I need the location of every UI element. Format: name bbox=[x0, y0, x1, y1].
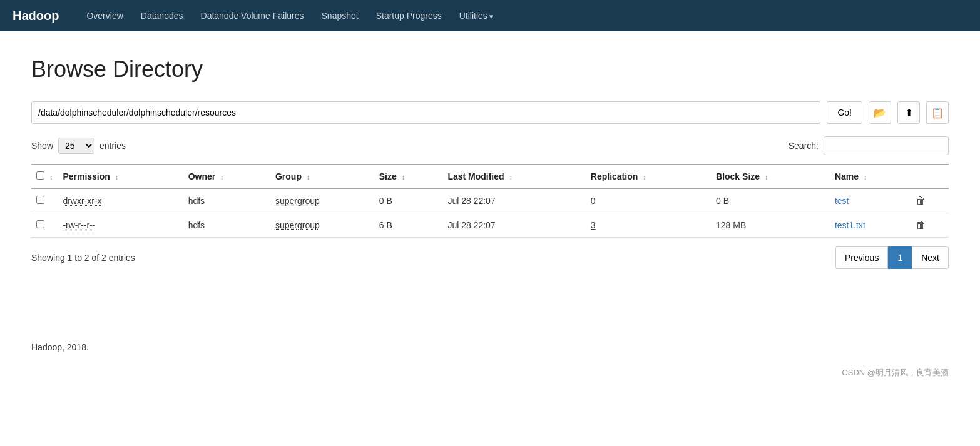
row-blocksize-1: 128 MB bbox=[711, 213, 830, 238]
permission-link-0[interactable]: drwxr-xr-x bbox=[63, 196, 101, 206]
sort-size-icon: ↕ bbox=[402, 173, 406, 181]
row-owner-0: hdfs bbox=[183, 188, 270, 213]
folder-icon-button[interactable]: 📂 bbox=[869, 101, 891, 124]
upload-icon-button[interactable]: ⬆ bbox=[897, 101, 920, 124]
search-box: Search: bbox=[789, 136, 949, 155]
col-last-modified: Last Modified ↕ bbox=[442, 165, 585, 188]
footer-attribution: CSDN @明月清风，良宵美酒 bbox=[0, 362, 980, 383]
row-blocksize-0: 0 B bbox=[711, 188, 830, 213]
controls-row: Show 10 25 50 100 entries Search: bbox=[31, 136, 949, 155]
row-delete-0: 🗑 bbox=[911, 188, 949, 213]
entries-info: Showing 1 to 2 of 2 entries bbox=[31, 253, 135, 263]
nav-overview[interactable]: Overview bbox=[78, 0, 131, 31]
row-name-0: test bbox=[830, 188, 911, 213]
entries-select[interactable]: 10 25 50 100 bbox=[58, 138, 94, 154]
sort-replication-icon: ↕ bbox=[643, 173, 646, 181]
delete-icon-1[interactable]: 🗑 bbox=[916, 220, 926, 230]
brand-logo: Hadoop bbox=[13, 9, 59, 23]
row-checkbox-cell bbox=[31, 213, 58, 238]
page-title: Browse Directory bbox=[31, 56, 949, 83]
table-row: drwxr-xr-x hdfs supergroup 0 B Jul 28 22… bbox=[31, 188, 949, 213]
name-link-0[interactable]: test bbox=[835, 196, 849, 206]
select-all-checkbox[interactable] bbox=[36, 171, 44, 180]
row-modified-0: Jul 28 22:07 bbox=[442, 188, 585, 213]
col-block-size: Block Size ↕ bbox=[711, 165, 830, 188]
group-link-1[interactable]: supergroup bbox=[275, 220, 320, 230]
main-content: Browse Directory Go! 📂 ⬆ 📋 Show 10 25 50… bbox=[0, 31, 980, 307]
row-group-1: supergroup bbox=[270, 213, 374, 238]
delete-icon-0[interactable]: 🗑 bbox=[916, 195, 926, 206]
nav-utilities[interactable]: Utilities bbox=[451, 0, 502, 32]
row-delete-1: 🗑 bbox=[911, 213, 949, 238]
row-checkbox-0[interactable] bbox=[36, 196, 44, 204]
col-permission: Permission ↕ bbox=[58, 165, 183, 188]
sort-icon-selector: ↕ bbox=[49, 173, 53, 181]
group-link-0[interactable]: supergroup bbox=[275, 196, 320, 206]
nav-snapshot[interactable]: Snapshot bbox=[313, 0, 367, 31]
show-entries: Show 10 25 50 100 entries bbox=[31, 138, 126, 154]
col-actions bbox=[911, 165, 949, 188]
row-owner-1: hdfs bbox=[183, 213, 270, 238]
pagination: Previous 1 Next bbox=[835, 246, 949, 269]
table-header-row: ↕ Permission ↕ Owner ↕ Group ↕ Size ↕ bbox=[31, 165, 949, 188]
file-icon-button[interactable]: 📋 bbox=[926, 101, 949, 124]
page-1-button[interactable]: 1 bbox=[888, 246, 912, 269]
footer: Hadoop, 2018. bbox=[0, 332, 980, 362]
row-size-0: 0 B bbox=[374, 188, 443, 213]
col-name: Name ↕ bbox=[830, 165, 911, 188]
row-permission-0: drwxr-xr-x bbox=[58, 188, 183, 213]
directory-table: ↕ Permission ↕ Owner ↕ Group ↕ Size ↕ bbox=[31, 164, 949, 238]
replication-link-0[interactable]: 0 bbox=[591, 196, 596, 206]
col-size: Size ↕ bbox=[374, 165, 443, 188]
name-link-1[interactable]: test1.txt bbox=[835, 220, 865, 230]
go-button[interactable]: Go! bbox=[827, 101, 862, 124]
row-modified-1: Jul 28 22:07 bbox=[442, 213, 585, 238]
sort-group-icon: ↕ bbox=[307, 173, 310, 181]
entries-label: entries bbox=[100, 141, 126, 151]
sort-blocksize-icon: ↕ bbox=[765, 173, 768, 181]
table-row: -rw-r--r-- hdfs supergroup 6 B Jul 28 22… bbox=[31, 213, 949, 238]
sort-modified-icon: ↕ bbox=[509, 173, 513, 181]
row-checkbox-1[interactable] bbox=[36, 220, 44, 228]
col-group: Group ↕ bbox=[270, 165, 374, 188]
row-name-1: test1.txt bbox=[830, 213, 911, 238]
row-checkbox-cell bbox=[31, 188, 58, 213]
path-input[interactable] bbox=[31, 101, 820, 124]
nav-startup-progress[interactable]: Startup Progress bbox=[367, 0, 451, 31]
path-bar: Go! 📂 ⬆ 📋 bbox=[31, 101, 949, 124]
nav-datanode-volume-failures[interactable]: Datanode Volume Failures bbox=[192, 0, 313, 31]
select-all-header: ↕ bbox=[31, 165, 58, 188]
row-group-0: supergroup bbox=[270, 188, 374, 213]
col-replication: Replication ↕ bbox=[586, 165, 711, 188]
navbar: Hadoop Overview Datanodes Datanode Volum… bbox=[0, 0, 980, 31]
search-input[interactable] bbox=[824, 136, 949, 155]
show-label: Show bbox=[31, 141, 53, 151]
sort-name-icon: ↕ bbox=[864, 173, 867, 181]
col-owner: Owner ↕ bbox=[183, 165, 270, 188]
permission-link-1[interactable]: -rw-r--r-- bbox=[63, 220, 95, 230]
file-icon: 📋 bbox=[931, 107, 944, 119]
row-replication-0: 0 bbox=[586, 188, 711, 213]
previous-button[interactable]: Previous bbox=[835, 246, 888, 269]
upload-icon: ⬆ bbox=[905, 107, 913, 119]
row-replication-1: 3 bbox=[586, 213, 711, 238]
folder-open-icon: 📂 bbox=[874, 107, 886, 119]
nav-utilities-dropdown[interactable]: Utilities bbox=[451, 0, 502, 32]
footer-copyright: Hadoop, 2018. bbox=[31, 342, 89, 352]
row-size-1: 6 B bbox=[374, 213, 443, 238]
next-button[interactable]: Next bbox=[912, 246, 949, 269]
row-permission-1: -rw-r--r-- bbox=[58, 213, 183, 238]
replication-link-1[interactable]: 3 bbox=[591, 220, 596, 230]
search-label: Search: bbox=[789, 141, 819, 151]
sort-owner-icon: ↕ bbox=[220, 173, 224, 181]
bottom-row: Showing 1 to 2 of 2 entries Previous 1 N… bbox=[31, 246, 949, 269]
nav-datanodes[interactable]: Datanodes bbox=[132, 0, 192, 31]
sort-permission-icon: ↕ bbox=[115, 173, 119, 181]
